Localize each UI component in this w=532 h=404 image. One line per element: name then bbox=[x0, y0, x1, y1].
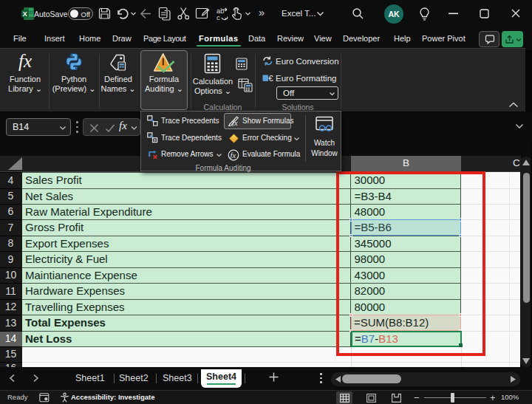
svg-text:fx: fx bbox=[232, 119, 238, 127]
svg-text:c: c bbox=[216, 13, 220, 21]
svg-text:fx: fx bbox=[231, 151, 236, 159]
svg-text:€: € bbox=[268, 74, 273, 83]
svg-text:X: X bbox=[23, 10, 27, 18]
